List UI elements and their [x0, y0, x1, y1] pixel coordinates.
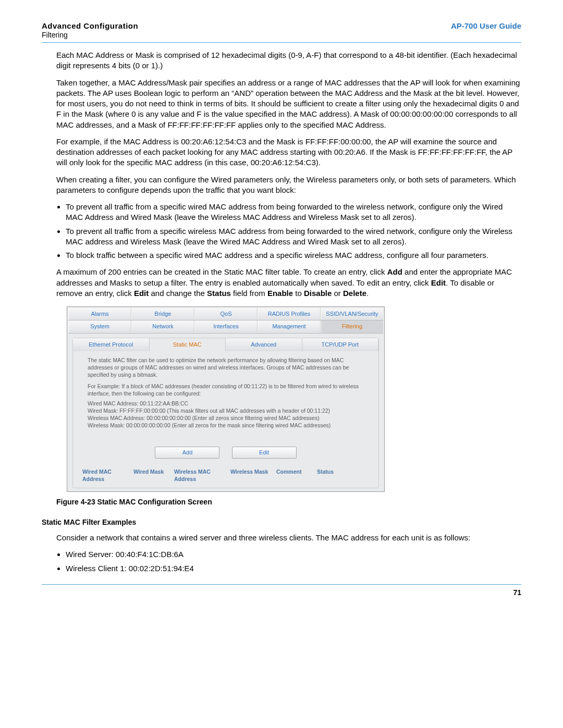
header-left: Advanced Configuration Filtering: [42, 21, 138, 40]
examples-body: Consider a network that contains a wired…: [42, 533, 521, 574]
table-header: Wired MAC Address Wired Mask Wireless MA…: [73, 465, 378, 483]
page-number: 71: [42, 584, 521, 598]
col-status: Status: [315, 468, 348, 483]
tab-network[interactable]: Network: [131, 320, 194, 333]
tab-row-1: Alarms Bridge QoS RADIUS Profiles SSID/V…: [68, 308, 383, 320]
para-1: Each MAC Address or Mask is comprised of…: [56, 50, 521, 71]
edit-button[interactable]: Edit: [232, 447, 297, 459]
list-item: To block traffic between a specific wire…: [66, 250, 521, 261]
sub-tab-row: Ethernet Protocol Static MAC Advanced TC…: [73, 338, 378, 351]
examples-heading: Static MAC Filter Examples: [42, 517, 521, 527]
para-2: Taken together, a MAC Address/Mask pair …: [56, 78, 521, 130]
page: Advanced Configuration Filtering AP-700 …: [21, 0, 542, 608]
tab-interfaces[interactable]: Interfaces: [194, 320, 258, 333]
filtering-panel: Ethernet Protocol Static MAC Advanced TC…: [72, 338, 379, 489]
info-text-3: Wired MAC Address: 00:11:22:AA:BB:CC Wir…: [73, 400, 378, 431]
header-subtitle: Filtering: [42, 30, 138, 40]
header-right: AP-700 User Guide: [451, 21, 521, 31]
info-text-1: The static MAC filter can be used to opt…: [73, 354, 378, 381]
col-wired-mask: Wired Mask: [131, 468, 172, 483]
config-ui: Alarms Bridge QoS RADIUS Profiles SSID/V…: [67, 306, 385, 492]
list-item: Wired Server: 00:40:F4:1C:DB:6A: [66, 549, 521, 560]
col-wired-mac: Wired MAC Address: [80, 468, 131, 483]
add-button[interactable]: Add: [155, 447, 219, 459]
info-text-2: For Example: If a block of MAC addresses…: [73, 380, 378, 399]
para-4: When creating a filter, you can configur…: [56, 175, 521, 196]
tab-radius[interactable]: RADIUS Profiles: [258, 308, 321, 320]
list-item: Wireless Client 1: 00:02:2D:51:94:E4: [66, 563, 521, 574]
para-5: A maximum of 200 entries can be created …: [56, 267, 521, 299]
subtab-staticmac[interactable]: Static MAC: [150, 338, 226, 351]
tab-alarms[interactable]: Alarms: [68, 308, 131, 320]
tab-filtering[interactable]: Filtering: [321, 320, 383, 333]
bullet-list-1: To prevent all traffic from a specific w…: [66, 202, 521, 261]
button-row: Add Edit: [73, 447, 378, 459]
figure-caption: Figure 4-23 Static MAC Configuration Scr…: [56, 497, 521, 507]
tab-row-2: System Network Interfaces Management Fil…: [68, 320, 383, 334]
subtab-tcpudp[interactable]: TCP/UDP Port: [302, 338, 379, 351]
subtab-ethernet[interactable]: Ethernet Protocol: [73, 338, 150, 351]
tab-qos[interactable]: QoS: [194, 308, 258, 320]
list-item: To prevent all traffic from a specific w…: [66, 226, 521, 248]
col-wireless-mask: Wireless Mask: [228, 468, 274, 483]
examples-intro: Consider a network that contains a wired…: [56, 533, 521, 543]
tab-bridge[interactable]: Bridge: [131, 308, 194, 320]
subtab-advanced[interactable]: Advanced: [226, 338, 302, 351]
tab-management[interactable]: Management: [258, 320, 321, 333]
tab-system[interactable]: System: [68, 320, 131, 333]
col-wireless-mac: Wireless MAC Address: [172, 468, 228, 483]
page-header: Advanced Configuration Filtering AP-700 …: [42, 21, 521, 43]
list-item: To prevent all traffic from a specific w…: [66, 202, 521, 223]
col-comment: Comment: [274, 468, 315, 483]
para-3: For example, if the MAC Address is 00:20…: [56, 137, 521, 168]
tab-ssid[interactable]: SSID/VLAN/Security: [321, 308, 383, 320]
examples-list: Wired Server: 00:40:F4:1C:DB:6A Wireless…: [66, 549, 521, 574]
body-text: Each MAC Address or Mask is comprised of…: [42, 50, 521, 507]
header-title: Advanced Configuration: [42, 21, 138, 30]
